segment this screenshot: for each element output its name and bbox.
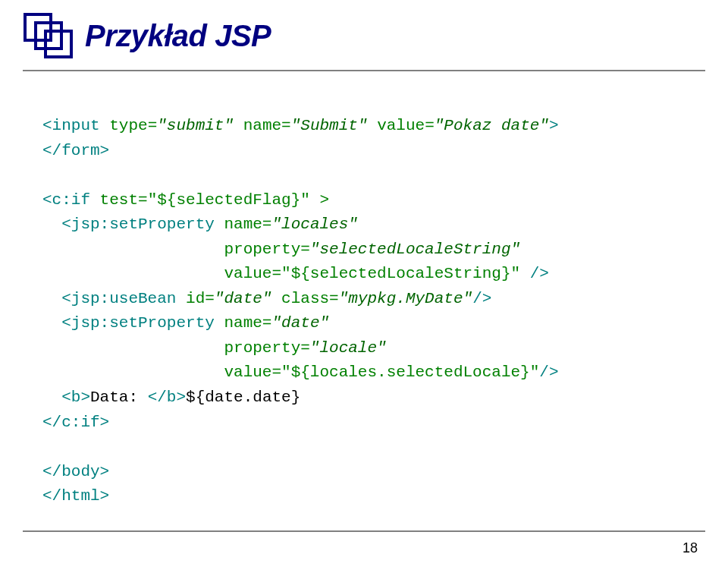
code-token: "locales" bbox=[271, 216, 357, 233]
code-token: "locale" bbox=[310, 339, 387, 357]
code-token: test="${selectedFlag}" > bbox=[90, 191, 329, 209]
overlap-squares-icon bbox=[23, 12, 73, 59]
code-token: value= bbox=[368, 117, 435, 134]
code-token: "date" bbox=[215, 290, 272, 307]
code-token: </c:if> bbox=[42, 414, 109, 431]
code-token: name= bbox=[215, 314, 272, 332]
code-block: <input type="submit" name="Submit" value… bbox=[42, 114, 686, 509]
code-token: id= bbox=[176, 290, 214, 307]
code-token: class= bbox=[271, 290, 338, 307]
code-token: name= bbox=[215, 216, 272, 233]
code-token: <jsp:useBean bbox=[42, 290, 176, 307]
code-token: value="${selectedLocaleString}" bbox=[42, 265, 530, 282]
slide-header: Przykład JSP bbox=[0, 0, 728, 59]
code-token: "selectedLocaleString" bbox=[310, 241, 520, 258]
code-token: /> bbox=[530, 265, 549, 282]
code-token: property= bbox=[42, 339, 310, 357]
code-token: </form> bbox=[42, 142, 109, 159]
code-token: /> bbox=[539, 364, 558, 381]
code-token: > bbox=[549, 117, 559, 134]
code-token: "mypkg.MyDate" bbox=[339, 290, 472, 307]
code-token: property= bbox=[42, 241, 310, 258]
code-token: ${date.date} bbox=[186, 389, 300, 406]
code-token: </body> bbox=[42, 463, 109, 480]
code-token: Data: bbox=[90, 389, 148, 406]
code-token: name= bbox=[234, 117, 291, 134]
code-token: <jsp:setProperty bbox=[42, 314, 215, 332]
code-token: </b> bbox=[148, 389, 186, 406]
page-number: 18 bbox=[682, 540, 698, 556]
divider-bottom bbox=[23, 530, 705, 532]
code-token: /> bbox=[472, 290, 491, 307]
code-token: type= bbox=[100, 117, 158, 134]
code-token: <c:if bbox=[42, 191, 90, 209]
code-token: <input bbox=[42, 117, 100, 134]
code-token: </html> bbox=[42, 487, 109, 505]
slide: Przykład JSP <input type="submit" name="… bbox=[0, 0, 728, 576]
code-token: "submit" bbox=[157, 117, 234, 134]
code-token: "date" bbox=[271, 314, 329, 332]
divider-top bbox=[23, 70, 705, 71]
code-token: "Submit" bbox=[291, 117, 368, 134]
code-token: <b> bbox=[42, 389, 90, 406]
code-token: <jsp:setProperty bbox=[42, 216, 215, 233]
code-token: value="${locales.selectedLocale}" bbox=[42, 364, 539, 381]
slide-title: Przykład JSP bbox=[85, 19, 271, 53]
svg-rect-1 bbox=[36, 23, 61, 49]
code-token: "Pokaz date" bbox=[435, 117, 549, 134]
